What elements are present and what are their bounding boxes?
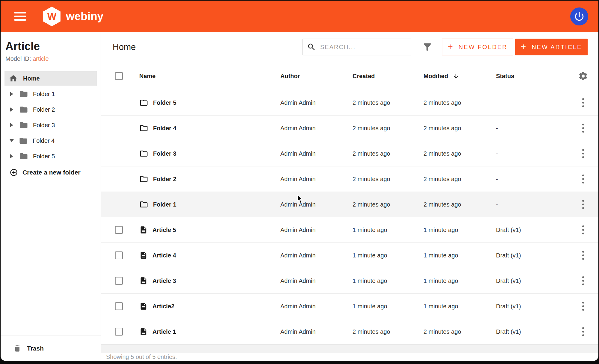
kebab-menu-icon[interactable]	[580, 249, 586, 262]
folder-icon	[19, 121, 28, 130]
entry-name: Article 1	[152, 328, 176, 335]
table-row[interactable]: Article 3 Admin Admin 1 minute ago 1 min…	[101, 268, 598, 293]
table-row[interactable]: Folder 3 Admin Admin 2 minutes ago 2 min…	[101, 141, 598, 166]
folder-outline-icon	[139, 98, 148, 107]
sidebar-folder-item[interactable]: Folder 1	[1, 86, 101, 102]
entry-name: Article2	[152, 303, 174, 310]
entry-status: Draft (v1)	[496, 227, 568, 233]
column-header-name[interactable]: Name	[139, 73, 280, 80]
entry-name: Folder 5	[153, 99, 176, 106]
folder-label: Folder 5	[33, 153, 55, 160]
entry-created: 2 minutes ago	[353, 176, 423, 183]
chevron-right-icon[interactable]	[10, 123, 13, 127]
entry-name: Folder 2	[153, 176, 176, 183]
entry-author: Admin Admin	[280, 227, 353, 233]
main-header: Home + NEW FOLDER	[101, 32, 598, 62]
sidebar-folder-item[interactable]: Folder 5	[1, 148, 101, 164]
brand-wordmark: webiny	[66, 10, 103, 23]
filter-button[interactable]	[422, 42, 433, 52]
kebab-menu-icon[interactable]	[580, 325, 586, 338]
table-row[interactable]: Folder 2 Admin Admin 2 minutes ago 2 min…	[101, 166, 598, 192]
table-row[interactable]: Folder 1 Admin Admin 2 minutes ago 2 min…	[101, 192, 598, 217]
entry-created: 1 minute ago	[353, 252, 423, 259]
entry-created: 1 minute ago	[353, 227, 423, 233]
gear-icon[interactable]	[578, 71, 588, 81]
entry-modified: 1 minute ago	[423, 303, 496, 310]
row-checkbox[interactable]	[115, 226, 123, 234]
chevron-down-icon[interactable]	[10, 139, 14, 142]
row-checkbox[interactable]	[115, 302, 123, 310]
create-folder-button[interactable]: Create a new folder	[1, 165, 101, 180]
entry-created: 2 minutes ago	[353, 150, 423, 157]
avatar-power-icon	[574, 11, 585, 22]
page-title: Home	[113, 42, 136, 52]
entry-status: -	[496, 201, 568, 208]
folder-icon	[19, 152, 28, 161]
folder-outline-icon	[139, 149, 148, 158]
menu-icon[interactable]	[14, 10, 29, 23]
row-checkbox[interactable]	[115, 277, 123, 285]
folder-label: Folder 1	[33, 91, 55, 98]
column-header-status[interactable]: Status	[496, 73, 568, 80]
kebab-menu-icon[interactable]	[580, 96, 586, 109]
table-row[interactable]: Article 1 Admin Admin 2 minutes ago 2 mi…	[101, 319, 598, 344]
entries-table: Name Author Created Modified Status	[101, 62, 598, 344]
kebab-menu-icon[interactable]	[580, 198, 586, 211]
entry-created: 2 minutes ago	[353, 201, 423, 208]
chevron-right-icon[interactable]	[10, 154, 13, 158]
column-header-modified[interactable]: Modified	[423, 72, 496, 80]
chevron-right-icon[interactable]	[10, 92, 13, 96]
home-icon	[9, 74, 18, 83]
trash-button[interactable]: Trash	[1, 336, 101, 361]
kebab-menu-icon[interactable]	[580, 147, 586, 160]
main-content: Home + NEW FOLDER	[101, 32, 598, 361]
entry-status: Draft (v1)	[496, 252, 568, 259]
sidebar-folder-item[interactable]: Folder 4	[1, 133, 101, 148]
kebab-menu-icon[interactable]	[580, 122, 586, 134]
kebab-menu-icon[interactable]	[580, 224, 586, 236]
search-input[interactable]	[320, 43, 409, 51]
select-all-checkbox[interactable]	[115, 72, 123, 80]
document-icon	[139, 327, 148, 336]
kebab-menu-icon[interactable]	[580, 300, 586, 313]
column-header-author[interactable]: Author	[280, 73, 353, 80]
entry-name: Folder 3	[153, 150, 176, 157]
sidebar-folder-item[interactable]: Folder 3	[1, 117, 101, 133]
table-row[interactable]: Folder 5 Admin Admin 2 minutes ago 2 min…	[101, 90, 598, 115]
kebab-menu-icon[interactable]	[580, 274, 586, 287]
table-row[interactable]: Folder 4 Admin Admin 2 minutes ago 2 min…	[101, 115, 598, 141]
new-article-button[interactable]: + NEW ARTICLE	[515, 39, 588, 55]
new-article-label: NEW ARTICLE	[532, 44, 582, 51]
new-folder-button[interactable]: + NEW FOLDER	[442, 39, 513, 55]
entry-created: 2 minutes ago	[353, 125, 423, 132]
folder-label: Folder 3	[33, 122, 55, 129]
sidebar-item-home[interactable]: Home	[4, 71, 97, 86]
sidebar-folder-item[interactable]: Folder 2	[1, 102, 101, 117]
table-row[interactable]: Article 4 Admin Admin 1 minute ago 1 min…	[101, 242, 598, 268]
sort-arrow-down-icon	[452, 72, 459, 80]
document-icon	[139, 277, 148, 285]
user-avatar[interactable]	[570, 7, 588, 25]
table-row[interactable]: Article 5 Admin Admin 1 minute ago 1 min…	[101, 217, 598, 242]
folder-outline-icon	[139, 124, 148, 133]
chevron-right-icon[interactable]	[10, 107, 13, 112]
table-row[interactable]: Article2 Admin Admin 1 minute ago 1 minu…	[101, 293, 598, 319]
new-folder-label: NEW FOLDER	[459, 44, 507, 51]
folder-icon	[19, 136, 28, 145]
folder-outline-icon	[139, 200, 148, 209]
kebab-menu-icon[interactable]	[580, 173, 586, 185]
row-checkbox[interactable]	[115, 251, 123, 259]
model-id-value: article	[33, 55, 49, 62]
entry-modified: 2 minutes ago	[423, 201, 496, 208]
row-checkbox[interactable]	[115, 328, 123, 336]
column-header-created[interactable]: Created	[353, 73, 423, 80]
entry-name: Article 3	[152, 277, 176, 284]
horizontal-scrollbar-track[interactable]	[101, 344, 598, 353]
entry-created: 1 minute ago	[353, 303, 423, 310]
entry-created: 1 minute ago	[353, 277, 423, 284]
folder-icon	[19, 105, 28, 114]
entry-status: Draft (v1)	[496, 277, 568, 284]
document-icon	[139, 251, 148, 260]
filter-icon	[422, 42, 433, 52]
entries-count: Showing 5 out of 5 entries.	[101, 353, 598, 361]
